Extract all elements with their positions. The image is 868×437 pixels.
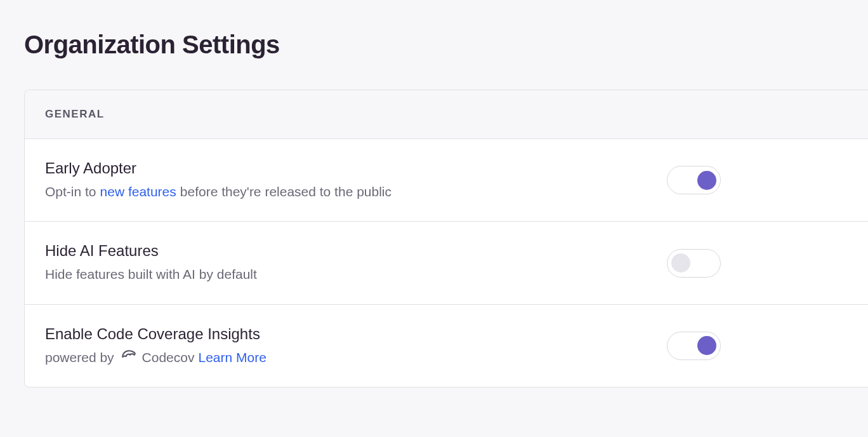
panel-header-title: General (45, 108, 848, 121)
settings-panel: General Early Adopter Opt-in to new feat… (24, 90, 868, 387)
setting-description: Opt-in to new features before they're re… (45, 182, 667, 201)
setting-text: Hide AI Features Hide features built wit… (45, 242, 667, 283)
setting-description: powered by Codecov Learn More (45, 348, 667, 366)
panel-header: General (25, 90, 868, 139)
setting-title: Enable Code Coverage Insights (45, 325, 667, 343)
setting-desc-prefix: powered by (45, 348, 114, 366)
setting-text: Enable Code Coverage Insights powered by… (45, 325, 667, 366)
codecov-icon (121, 349, 137, 365)
toggle-knob (697, 336, 716, 355)
new-features-link[interactable]: new features (100, 182, 176, 201)
setting-title: Early Adopter (45, 159, 667, 177)
setting-desc-prefix: Opt-in to (45, 182, 96, 201)
setting-row-early-adopter: Early Adopter Opt-in to new features bef… (25, 139, 868, 222)
learn-more-link[interactable]: Learn More (198, 348, 266, 366)
setting-title: Hide AI Features (45, 242, 667, 260)
code-coverage-toggle[interactable] (667, 332, 721, 360)
setting-row-code-coverage: Enable Code Coverage Insights powered by… (25, 305, 868, 387)
hide-ai-toggle[interactable] (667, 249, 721, 278)
setting-text: Early Adopter Opt-in to new features bef… (45, 159, 667, 201)
setting-desc-suffix: before they're released to the public (180, 182, 391, 201)
page-title: Organization Settings (0, 0, 868, 59)
toggle-knob (671, 253, 690, 272)
setting-desc-prefix: Hide features built with AI by default (45, 265, 257, 283)
early-adopter-toggle[interactable] (667, 166, 721, 194)
setting-description: Hide features built with AI by default (45, 265, 667, 283)
toggle-knob (697, 171, 716, 190)
setting-row-hide-ai: Hide AI Features Hide features built wit… (25, 222, 868, 304)
codecov-brand: Codecov (142, 348, 195, 366)
